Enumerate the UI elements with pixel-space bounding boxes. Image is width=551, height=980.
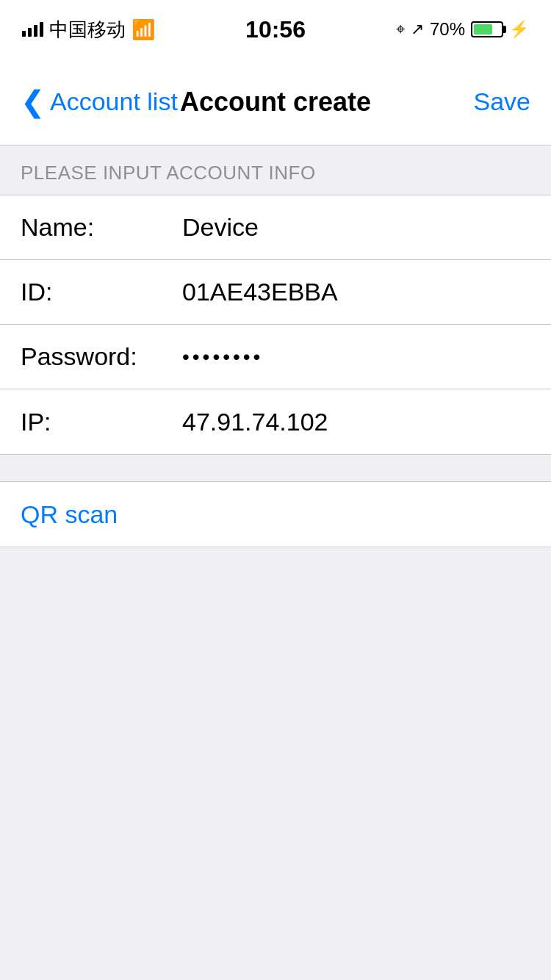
back-label: Account list	[50, 87, 178, 116]
separator	[0, 455, 551, 481]
status-time: 10:56	[245, 16, 306, 43]
qr-scan-button[interactable]: QR scan	[21, 500, 118, 529]
battery-icon	[471, 21, 503, 37]
ip-label: IP:	[21, 408, 168, 436]
id-label: ID:	[21, 278, 168, 306]
page-title: Account create	[180, 87, 371, 118]
nav-bar: ❮ Account list Account create Save	[0, 59, 551, 145]
ip-value[interactable]: 47.91.74.102	[182, 408, 530, 436]
qr-scan-section: QR scan	[0, 481, 551, 547]
status-right: ⌖ ↗ 70% ⚡	[396, 19, 529, 40]
carrier-label: 中国移动	[49, 17, 126, 43]
id-row[interactable]: ID: 01AE43EBBA	[0, 260, 551, 325]
gps-icon: ↗	[411, 20, 424, 39]
signal-icon	[22, 22, 43, 37]
status-left: 中国移动 📶	[22, 17, 155, 43]
password-label: Password:	[21, 342, 168, 371]
section-header: PLEASE INPUT ACCOUNT INFO	[0, 145, 551, 195]
name-value[interactable]: Device	[182, 213, 530, 242]
back-chevron-icon: ❮	[21, 87, 46, 116]
location-icon: ⌖	[396, 20, 405, 39]
ip-row[interactable]: IP: 47.91.74.102	[0, 389, 551, 454]
qr-scan-row[interactable]: QR scan	[0, 482, 551, 547]
form-table: Name: Device ID: 01AE43EBBA Password: ••…	[0, 195, 551, 455]
battery-percent: 70%	[430, 19, 465, 40]
wifi-icon: 📶	[132, 18, 155, 41]
bottom-area	[0, 547, 551, 980]
id-value[interactable]: 01AE43EBBA	[182, 278, 530, 306]
name-label: Name:	[21, 213, 168, 242]
status-bar: 中国移动 📶 10:56 ⌖ ↗ 70% ⚡	[0, 0, 551, 59]
password-value[interactable]: ••••••••	[182, 345, 530, 369]
charging-icon: ⚡	[509, 20, 529, 39]
back-button[interactable]: ❮ Account list	[21, 87, 178, 116]
save-button[interactable]: Save	[474, 87, 531, 116]
password-row[interactable]: Password: ••••••••	[0, 325, 551, 389]
name-row[interactable]: Name: Device	[0, 195, 551, 260]
